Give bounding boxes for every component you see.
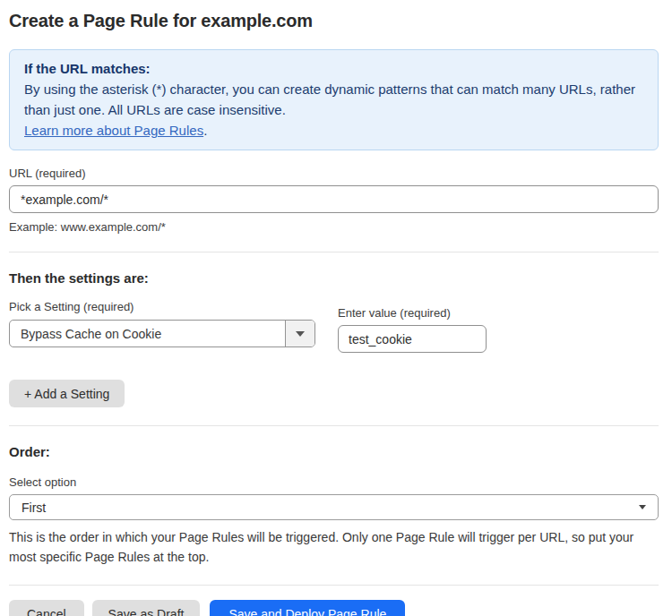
setting-picker-label: Pick a Setting (required) — [9, 300, 315, 313]
page-title: Create a Page Rule for example.com — [9, 11, 659, 31]
settings-heading: Then the settings are: — [9, 270, 659, 286]
create-page-rule-form: Create a Page Rule for example.com If th… — [0, 0, 672, 616]
info-box-body: By using the asterisk (*) character, you… — [24, 79, 643, 120]
add-setting-button[interactable]: + Add a Setting — [9, 380, 125, 407]
setting-value-input[interactable] — [338, 325, 487, 353]
order-select-label: Select option — [9, 475, 659, 489]
url-example-hint: Example: www.example.com/* — [9, 220, 659, 234]
link-suffix-period: . — [203, 123, 207, 138]
info-box-link-line: Learn more about Page Rules. — [24, 120, 643, 141]
section-divider-2 — [9, 425, 659, 426]
setting-value-column: Enter value (required) — [338, 300, 487, 353]
url-match-info-box: If the URL matches: By using the asteris… — [9, 49, 659, 150]
chevron-down-icon — [639, 505, 646, 509]
setting-select-arrow-button[interactable] — [285, 321, 314, 346]
order-select[interactable]: First — [9, 494, 659, 520]
learn-more-link[interactable]: Learn more about Page Rules — [24, 123, 203, 138]
cancel-button[interactable]: Cancel — [9, 600, 84, 616]
save-and-deploy-button[interactable]: Save and Deploy Page Rule — [210, 600, 405, 616]
url-input[interactable] — [9, 185, 659, 213]
order-help-text: This is the order in which your Page Rul… — [9, 527, 659, 567]
setting-value-label: Enter value (required) — [338, 306, 487, 320]
order-select-value: First — [22, 500, 46, 515]
footer-actions: Cancel Save as Draft Save and Deploy Pag… — [9, 600, 659, 616]
save-as-draft-button[interactable]: Save as Draft — [92, 600, 201, 616]
setting-select-value: Bypass Cache on Cookie — [10, 321, 285, 346]
footer-divider — [9, 585, 659, 586]
section-divider — [9, 252, 659, 252]
setting-row: Pick a Setting (required) Bypass Cache o… — [9, 300, 659, 353]
chevron-down-icon — [296, 331, 305, 337]
setting-select[interactable]: Bypass Cache on Cookie — [9, 320, 315, 347]
setting-picker-column: Pick a Setting (required) Bypass Cache o… — [9, 300, 315, 353]
info-box-heading: If the URL matches: — [24, 58, 643, 79]
order-heading: Order: — [9, 444, 659, 459]
url-label: URL (required) — [9, 167, 659, 180]
